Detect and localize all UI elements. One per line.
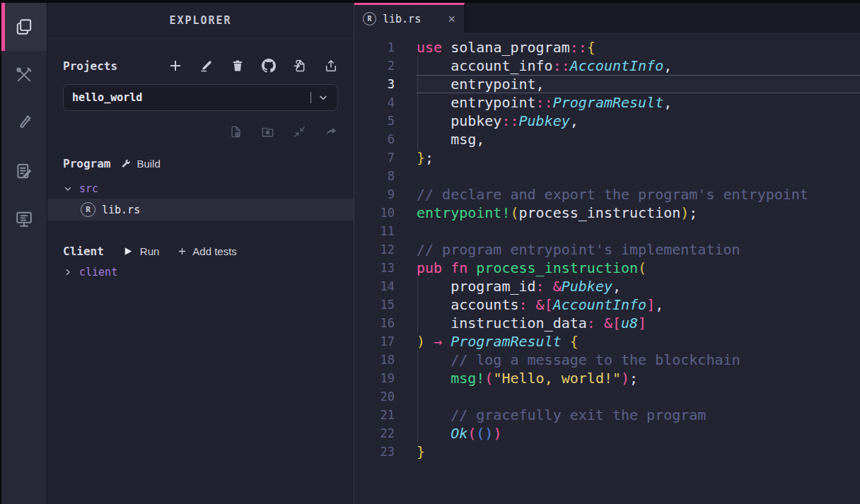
rust-icon: R — [81, 202, 95, 217]
code-line[interactable]: 5 pubkey::Pubkey, — [354, 112, 860, 130]
client-section-header: Client Run Add tests — [47, 245, 354, 258]
rename-project-button[interactable] — [199, 59, 214, 73]
code-text: account_info::AccountInfo, — [417, 57, 672, 75]
editor: R lib.rs × 1use solana_program::{2 accou… — [354, 3, 860, 504]
run-button-label: Run — [140, 245, 160, 257]
code-line[interactable]: 16 instruction_data: &[u8] — [354, 314, 860, 332]
code-area[interactable]: 1use solana_program::{2 account_info::Ac… — [354, 33, 860, 504]
code-text: entrypoint, — [417, 75, 545, 93]
line-number[interactable]: 8 — [354, 167, 395, 185]
line-number[interactable]: 21 — [354, 406, 395, 424]
code-line[interactable]: 8 — [354, 167, 860, 185]
line-number[interactable]: 3 — [354, 75, 395, 93]
code-line[interactable]: 3 entrypoint, — [354, 75, 860, 93]
program-label: Program — [63, 157, 110, 170]
code-line[interactable]: 20 — [354, 387, 860, 406]
line-number[interactable]: 17 — [354, 332, 395, 351]
code-line[interactable]: 23} — [354, 443, 860, 461]
tab-librs[interactable]: R lib.rs × — [354, 3, 465, 33]
line-number[interactable]: 20 — [354, 387, 395, 406]
run-button[interactable]: Run — [122, 245, 160, 257]
chevron-down-icon — [63, 184, 73, 194]
code-line[interactable]: 15 accounts: &[AccountInfo], — [354, 295, 860, 314]
code-line[interactable]: 13pub fn process_instruction( — [354, 259, 860, 277]
line-number[interactable]: 2 — [354, 57, 395, 75]
code-line[interactable]: 7}; — [354, 148, 860, 167]
chevron-right-icon — [63, 267, 73, 277]
play-icon — [122, 246, 133, 257]
github-button[interactable] — [262, 59, 276, 73]
code-text: program_id: &Pubkey, — [417, 277, 621, 295]
new-file-button[interactable] — [229, 125, 243, 139]
rust-icon: R — [363, 12, 376, 25]
code-line[interactable]: 14 program_id: &Pubkey, — [354, 277, 860, 295]
code-line[interactable]: 12// program entrypoint's implementation — [354, 240, 860, 259]
code-line[interactable]: 10entrypoint!(process_instruction); — [354, 204, 860, 222]
code-line[interactable]: 17) → ProgramResult { — [354, 332, 860, 351]
line-number[interactable]: 18 — [354, 351, 395, 369]
program-file-tree: srcRlib.rs — [47, 179, 354, 221]
code-text: Ok(()) — [417, 424, 501, 443]
build-button[interactable]: Build — [120, 158, 160, 170]
line-number[interactable]: 15 — [354, 295, 395, 314]
code-line[interactable]: 22 Ok(()) — [354, 424, 860, 443]
code-line[interactable]: 4 entrypoint::ProgramResult, — [354, 93, 860, 112]
sidebar-build-deploy-button[interactable] — [1, 51, 47, 99]
sidebar-test-button[interactable] — [1, 99, 47, 147]
line-number[interactable]: 22 — [354, 424, 395, 443]
line-number[interactable]: 12 — [354, 240, 395, 259]
line-number[interactable]: 11 — [354, 222, 395, 240]
delete-project-button[interactable] — [231, 59, 245, 73]
code-line[interactable]: 6 msg, — [354, 130, 860, 148]
code-text: // log a message to the blockchain — [417, 351, 740, 369]
project-actions — [168, 59, 338, 73]
new-folder-button[interactable] — [261, 125, 274, 139]
code-text: accounts: &[AccountInfo], — [417, 295, 663, 314]
tree-row-client[interactable]: client — [47, 262, 354, 282]
line-number[interactable]: 9 — [354, 185, 395, 204]
project-select[interactable]: hello_world — [63, 84, 338, 111]
line-number[interactable]: 1 — [354, 38, 395, 57]
projects-section-header: Projects — [47, 59, 354, 73]
line-number[interactable]: 23 — [354, 443, 395, 461]
line-number[interactable]: 14 — [354, 277, 395, 295]
code-line[interactable]: 2 account_info::AccountInfo, — [354, 57, 860, 75]
line-number[interactable]: 7 — [354, 148, 395, 167]
sidebar-programs-button[interactable] — [1, 195, 47, 243]
activity-bar — [1, 3, 47, 504]
line-number[interactable]: 19 — [354, 369, 395, 387]
code-line[interactable]: 21 // gracefully exit the program — [354, 406, 860, 424]
new-project-button[interactable] — [168, 59, 182, 73]
client-file-tree: client — [47, 262, 354, 282]
line-number[interactable]: 16 — [354, 314, 395, 332]
share-button[interactable] — [325, 125, 338, 139]
code-text: ) → ProgramResult { — [417, 332, 579, 351]
projects-label: Projects — [63, 59, 117, 73]
export-project-button[interactable] — [324, 59, 338, 73]
collapse-folders-button[interactable] — [293, 125, 306, 139]
code-line[interactable]: 1use solana_program::{ — [354, 38, 860, 57]
add-tests-button[interactable]: Add tests — [178, 245, 237, 257]
code-text: // declare and export the program's entr… — [417, 185, 808, 204]
tree-row-lib-rs[interactable]: Rlib.rs — [47, 199, 354, 221]
code-text: entrypoint::ProgramResult, — [417, 93, 672, 112]
import-project-button[interactable] — [293, 59, 307, 73]
code-line[interactable]: 9// declare and export the program's ent… — [354, 185, 860, 204]
sidebar-explorer-button[interactable] — [1, 3, 47, 51]
tab-close-icon[interactable]: × — [448, 13, 455, 25]
tools-icon — [15, 66, 33, 84]
tree-row-src[interactable]: src — [47, 179, 354, 199]
code-line[interactable]: 19 msg!("Hello, world!"); — [354, 369, 860, 387]
line-number[interactable]: 5 — [354, 112, 395, 130]
code-text: // gracefully exit the program — [417, 406, 706, 424]
code-text: use solana_program::{ — [417, 38, 595, 57]
line-number[interactable]: 13 — [354, 259, 395, 277]
line-number[interactable]: 6 — [354, 130, 395, 148]
line-number[interactable]: 10 — [354, 204, 395, 222]
sidebar-tutorials-button[interactable] — [1, 147, 47, 195]
code-line[interactable]: 18 // log a message to the blockchain — [354, 351, 860, 369]
client-label: Client — [63, 245, 104, 258]
line-number[interactable]: 4 — [354, 93, 395, 112]
tree-row-label: lib.rs — [102, 204, 140, 216]
code-line[interactable]: 11 — [354, 222, 860, 240]
